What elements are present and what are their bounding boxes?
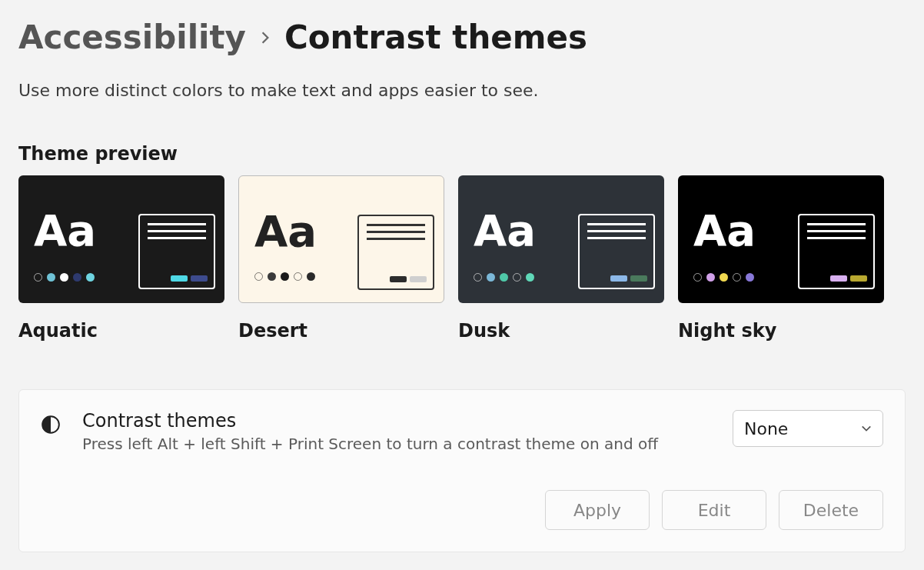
theme-name: Night sky: [678, 320, 884, 342]
page-description: Use more distinct colors to make text an…: [18, 81, 906, 100]
card-button-row: Apply Edit Delete: [41, 490, 883, 530]
breadcrumb: Accessibility Contrast themes: [18, 18, 906, 56]
theme-preview-heading: Theme preview: [18, 143, 906, 165]
theme-swatch-row: [474, 273, 534, 282]
card-row: Contrast themes Press left Alt + left Sh…: [41, 410, 883, 453]
theme-name: Desert: [238, 320, 444, 342]
delete-button[interactable]: Delete: [779, 490, 883, 530]
theme-swatch-row: [693, 273, 754, 282]
theme-panel: [578, 214, 655, 289]
theme-swatch-row: [254, 272, 315, 281]
card-title: Contrast themes: [82, 410, 711, 432]
theme-tile: Aa: [18, 175, 224, 303]
apply-button[interactable]: Apply: [545, 490, 650, 530]
theme-grid: AaAquaticAaDesertAaDuskAaNight sky: [18, 175, 906, 342]
theme-panel: [138, 214, 215, 289]
contrast-icon: [41, 415, 61, 435]
edit-button[interactable]: Edit: [662, 490, 766, 530]
theme-swatch-row: [34, 273, 95, 282]
breadcrumb-parent[interactable]: Accessibility: [18, 18, 246, 56]
theme-name: Dusk: [458, 320, 664, 342]
theme-panel: [798, 214, 875, 289]
chevron-down-icon: [861, 423, 872, 434]
theme-item-aquatic[interactable]: AaAquatic: [18, 175, 224, 342]
theme-panel: [357, 215, 434, 290]
card-text: Contrast themes Press left Alt + left Sh…: [82, 410, 711, 453]
card-subtitle: Press left Alt + left Shift + Print Scre…: [82, 435, 711, 453]
theme-tile: Aa: [238, 175, 444, 303]
theme-name: Aquatic: [18, 320, 224, 342]
dropdown-value: None: [744, 419, 788, 438]
theme-item-night-sky[interactable]: AaNight sky: [678, 175, 884, 342]
theme-item-dusk[interactable]: AaDusk: [458, 175, 664, 342]
theme-item-desert[interactable]: AaDesert: [238, 175, 444, 342]
contrast-themes-card: Contrast themes Press left Alt + left Sh…: [18, 389, 906, 552]
theme-tile: Aa: [678, 175, 884, 303]
theme-dropdown[interactable]: None: [733, 410, 883, 447]
theme-tile: Aa: [458, 175, 664, 303]
chevron-right-icon: [258, 31, 272, 45]
breadcrumb-current: Contrast themes: [284, 18, 587, 56]
